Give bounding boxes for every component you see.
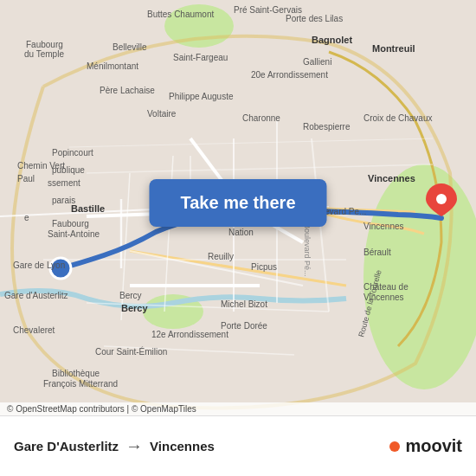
label-bibliotheque2: François Mitterrand <box>43 379 118 389</box>
label-vincennes: Vincennes <box>368 173 415 183</box>
label-robespierre: Robespierre <box>303 122 351 132</box>
label-arrond20: 20e Arrondissement <box>251 70 328 80</box>
label-reuilly: Reuilly <box>208 252 234 261</box>
label-bercy: Bercy <box>119 291 142 300</box>
arrow-icon: → <box>125 436 143 456</box>
label-croix-chavaux: Croix de Chavaux <box>363 113 432 123</box>
label-pere-lachaise: Père Lachaise <box>100 86 155 95</box>
label-ssement: ssement <box>48 178 80 188</box>
footer: Gare D'Austerlitz → Vincennes moovit <box>0 415 476 476</box>
label-arrond12: 12e Arrondissement <box>151 330 228 339</box>
moovit-dot-icon <box>389 441 400 452</box>
label-montreuil: Montreuil <box>372 43 415 54</box>
label-nation: Nation <box>228 228 254 237</box>
label-faubourg-saint-antoine: Faubourg <box>52 219 89 228</box>
label-picpus: Picpus <box>251 262 277 272</box>
label-belleville: Belleville <box>113 42 147 52</box>
moovit-text: moovit <box>405 436 462 456</box>
label-vincennes2: Vincennes <box>363 222 404 231</box>
label-voltaire: Voltaire <box>147 109 177 119</box>
label-michel-bizot: Michel Bizot <box>221 299 267 309</box>
label-chevaleret: Chevaleret <box>13 325 55 335</box>
label-faubourg-saint-antoine2: Saint-Antoine <box>48 229 100 239</box>
label-berault: Bérault <box>363 248 391 257</box>
map-container: Buttes Chaumont Pré Saint-Gervais Porte … <box>0 0 476 415</box>
label-gare-austerlitz: Gare d'Austerlitz <box>4 291 68 300</box>
label-porte-lilas: Porte des Lilas <box>286 14 343 23</box>
label-bvd-pe2: Boulevard Pé... <box>303 223 312 277</box>
label-bercy2: Bercy <box>121 303 148 313</box>
label-cour-saint-emilion: Cour Saint-Émilion <box>95 346 167 357</box>
footer-to: Vincennes <box>150 439 215 453</box>
take-me-there-button[interactable]: Take me there <box>149 179 326 227</box>
label-faubourg-temple: Faubourg <box>26 40 63 49</box>
label-buttes-chaumont: Buttes Chaumont <box>147 10 214 19</box>
label-popincourt: Popincourt <box>52 148 93 158</box>
footer-route: Gare D'Austerlitz → Vincennes <box>14 436 389 456</box>
footer-from: Gare D'Austerlitz <box>14 439 119 453</box>
label-gallieni: Gallieni <box>303 57 331 67</box>
label-faubourg-temple2: du Temple <box>24 49 64 59</box>
label-saint-paul: Paul <box>17 174 35 183</box>
label-porte-doree: Porte Dorée <box>221 321 267 331</box>
label-charonne: Charonne <box>242 113 280 123</box>
moovit-logo: moovit <box>389 436 462 456</box>
label-saint-fargeau: Saint-Fargeau <box>173 53 228 62</box>
label-bastille: Bastille <box>71 203 105 214</box>
label-e: e <box>24 213 29 222</box>
label-bagnolet: Bagnolet <box>312 35 352 45</box>
button-overlay: Take me there <box>149 179 326 227</box>
label-gare-lyon: Gare de Lyon <box>13 261 65 270</box>
label-chemin-vert: Chemin Vert <box>17 161 65 170</box>
label-philippe-aug: Philippe Auguste <box>169 92 234 101</box>
map-attribution: © OpenStreetMap contributors | © OpenMap… <box>0 402 476 415</box>
svg-point-25 <box>436 194 447 204</box>
label-bibliotheque: Bibliothèque <box>52 369 100 378</box>
label-menilmontant: Ménilmontant <box>87 61 138 71</box>
